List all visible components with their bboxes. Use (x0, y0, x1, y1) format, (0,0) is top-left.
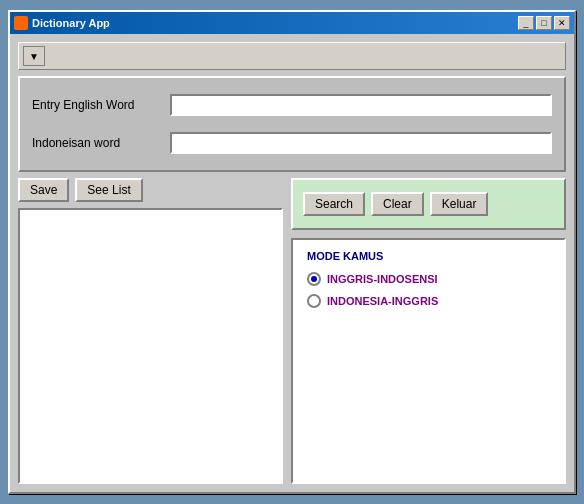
mode-option1-row[interactable]: INGGRIS-INDOSENSI (307, 272, 550, 286)
mode-option1-radio[interactable] (307, 272, 321, 286)
close-button[interactable]: ✕ (554, 16, 570, 30)
window-content: ▼ Entry English Word Indoneisan word Sav… (10, 34, 574, 492)
title-buttons: _ □ ✕ (518, 16, 570, 30)
keluar-button[interactable]: Keluar (430, 192, 489, 216)
minimize-button[interactable]: _ (518, 16, 534, 30)
indonesian-word-input[interactable] (170, 132, 552, 154)
english-word-input[interactable] (170, 94, 552, 116)
toolbar-dropdown[interactable]: ▼ (23, 46, 45, 66)
english-word-row: Entry English Word (32, 94, 552, 116)
bottom-area: Save See List Search Clear Keluar MODE K… (18, 178, 566, 484)
maximize-button[interactable]: □ (536, 16, 552, 30)
main-window: Dictionary App _ □ ✕ ▼ Entry English Wor… (8, 10, 576, 494)
mode-option2-radio[interactable] (307, 294, 321, 308)
mode-option1-label: INGGRIS-INDOSENSI (327, 273, 438, 285)
left-button-row: Save See List (18, 178, 283, 202)
action-panel: Search Clear Keluar (291, 178, 566, 230)
left-panel: Save See List (18, 178, 283, 484)
mode-option2-row[interactable]: INDONESIA-INGGRIS (307, 294, 550, 308)
title-bar: Dictionary App _ □ ✕ (10, 12, 574, 34)
window-title: Dictionary App (32, 17, 110, 29)
indonesian-word-label: Indoneisan word (32, 136, 162, 150)
english-word-label: Entry English Word (32, 98, 162, 112)
see-list-button[interactable]: See List (75, 178, 142, 202)
right-panel: Search Clear Keluar MODE KAMUS INGGRIS-I… (291, 178, 566, 484)
mode-option2-label: INDONESIA-INGGRIS (327, 295, 438, 307)
form-panel: Entry English Word Indoneisan word (18, 76, 566, 172)
dropdown-arrow-icon: ▼ (29, 51, 39, 62)
mode-panel: MODE KAMUS INGGRIS-INDOSENSI INDONESIA-I… (291, 238, 566, 484)
app-icon (14, 16, 28, 30)
indonesian-word-row: Indoneisan word (32, 132, 552, 154)
clear-button[interactable]: Clear (371, 192, 424, 216)
toolbar: ▼ (18, 42, 566, 70)
save-button[interactable]: Save (18, 178, 69, 202)
mode-title: MODE KAMUS (307, 250, 550, 262)
title-bar-left: Dictionary App (14, 16, 110, 30)
word-list-box[interactable] (18, 208, 283, 484)
search-button[interactable]: Search (303, 192, 365, 216)
